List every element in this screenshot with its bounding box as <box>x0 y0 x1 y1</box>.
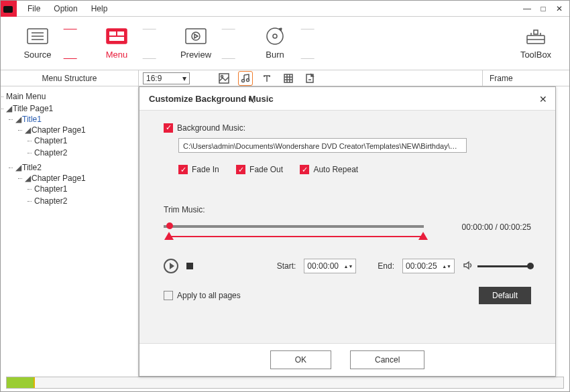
text-icon[interactable] <box>260 71 274 86</box>
tree-main-menu[interactable]: Main Menu <box>6 90 133 103</box>
trim-playhead[interactable] <box>166 222 173 229</box>
check-icon: ✓ <box>164 123 173 133</box>
trim-time-display: 00:00:00 / 00:00:25 <box>462 222 531 232</box>
fade-out-checkbox[interactable]: ✓Fade Out <box>236 165 283 174</box>
maximize-button[interactable]: □ <box>538 4 548 13</box>
svg-point-20 <box>247 78 249 81</box>
background-image-icon[interactable] <box>217 71 231 86</box>
tree-chapter-page1b[interactable]: ◢Chapter Page1 Chapter1 Chapter2 <box>25 172 133 208</box>
stop-button[interactable] <box>186 263 193 269</box>
end-label: End: <box>378 261 394 271</box>
svg-rect-7 <box>109 37 124 41</box>
fade-in-label: Fade In <box>192 165 219 174</box>
menu-option[interactable]: Option <box>47 4 84 13</box>
toolbox-label: ToolBox <box>509 50 563 60</box>
start-time-value: 00:00:00 <box>307 261 339 271</box>
aspect-ratio-select[interactable]: 16:9▾ <box>143 72 190 84</box>
chevron-down-icon: ▾ <box>182 74 186 83</box>
step-arrow <box>147 23 166 64</box>
tree-chapter1[interactable]: Chapter1 <box>34 135 133 147</box>
auto-repeat-checkbox[interactable]: ✓Auto Repeat <box>300 165 358 174</box>
start-time-field[interactable]: 00:00:00▲▼ <box>304 259 356 273</box>
step-source[interactable]: Source <box>7 27 68 60</box>
fade-out-label: Fade Out <box>249 165 283 174</box>
end-time-value: 00:00:25 <box>406 261 437 271</box>
dialog-title: Customize Background Music <box>139 87 555 111</box>
fade-in-checkbox[interactable]: ✓Fade In <box>178 165 219 174</box>
spinner-icon[interactable]: ▲▼ <box>343 264 353 269</box>
step-preview-label: Preview <box>166 50 226 60</box>
template-icon[interactable] <box>302 71 317 86</box>
background-music-checkbox[interactable]: ✓ Background Music: <box>164 123 245 133</box>
tree-title2[interactable]: ◢Title2 ◢Chapter Page1 Chapter1 Chapter2 <box>15 161 133 210</box>
svg-rect-4 <box>107 29 127 44</box>
volume-icon[interactable] <box>463 261 473 272</box>
step-burn-label: Burn <box>245 50 305 60</box>
background-music-icon[interactable] <box>238 71 253 86</box>
ok-button[interactable]: OK <box>270 350 331 369</box>
music-path-field[interactable]: C:\Users\admin\Documents\Wondershare DVD… <box>178 138 467 153</box>
menu-file[interactable]: File <box>21 4 47 13</box>
background-music-label: Background Music: <box>177 123 245 133</box>
cancel-button[interactable]: Cancel <box>350 350 424 369</box>
menu-help[interactable]: Help <box>84 4 115 13</box>
apply-all-checkbox[interactable]: Apply to all pages <box>164 291 241 300</box>
menu-tree[interactable]: Main Menu ◢Title Page1 ◢Title1 ◢Chapter … <box>1 86 139 377</box>
step-menu[interactable]: Menu <box>87 27 147 60</box>
toolbox-button[interactable]: ToolBox <box>509 27 563 60</box>
step-arrow <box>226 23 245 64</box>
trim-end-handle[interactable] <box>418 232 428 240</box>
svg-point-19 <box>242 79 245 82</box>
svg-rect-5 <box>109 31 116 36</box>
svg-rect-6 <box>117 31 124 36</box>
step-menu-label: Menu <box>87 50 147 60</box>
tree-chapter-page1a[interactable]: ◢Chapter Page1 Chapter1 Chapter2 <box>25 124 133 160</box>
disc-usage-bar <box>6 377 564 389</box>
frame-panel-header: Frame <box>482 70 569 86</box>
trim-music-label: Trim Music: <box>164 205 531 214</box>
app-logo <box>1 1 17 17</box>
step-source-label: Source <box>7 50 68 60</box>
tree-title-page1[interactable]: ◢Title Page1 ◢Title1 ◢Chapter Page1 Chap… <box>6 103 133 211</box>
check-icon: ✓ <box>178 165 188 174</box>
trim-start-handle[interactable] <box>164 232 174 240</box>
close-window-button[interactable]: ✕ <box>555 4 564 13</box>
start-label: Start: <box>277 261 296 271</box>
dialog-close-button[interactable]: ✕ <box>539 94 547 105</box>
check-icon: ✓ <box>300 165 309 174</box>
svg-point-11 <box>273 34 277 38</box>
chapter-icon[interactable] <box>281 71 296 86</box>
svg-rect-8 <box>186 29 206 44</box>
end-time-field[interactable]: 00:00:25▲▼ <box>402 259 455 273</box>
tree-chapter2[interactable]: Chapter2 <box>34 147 133 159</box>
minimize-button[interactable]: — <box>522 4 532 13</box>
step-arrow <box>68 23 87 64</box>
volume-slider[interactable] <box>477 265 531 267</box>
apply-all-label: Apply to all pages <box>177 291 241 300</box>
tree-chapter4[interactable]: Chapter2 <box>34 195 133 207</box>
customize-music-dialog: Customize Background Music ✕ ✓ Backgroun… <box>139 86 556 377</box>
step-arrow <box>305 23 324 64</box>
play-button[interactable] <box>164 259 178 273</box>
aspect-value: 16:9 <box>146 74 162 83</box>
checkbox-empty-icon <box>164 291 173 300</box>
step-burn[interactable]: Burn <box>245 27 305 60</box>
svg-rect-14 <box>534 30 538 34</box>
tree-title1[interactable]: ◢Title1 ◢Chapter Page1 Chapter1 Chapter2 <box>15 113 133 161</box>
trim-slider[interactable]: 00:00:00 / 00:00:25 <box>164 220 531 240</box>
check-icon: ✓ <box>236 165 245 174</box>
svg-rect-21 <box>284 74 292 82</box>
auto-repeat-label: Auto Repeat <box>313 165 358 174</box>
menu-structure-header: Menu Structure <box>1 70 139 86</box>
default-button[interactable]: Default <box>479 287 531 304</box>
step-preview[interactable]: Preview <box>166 27 226 60</box>
spinner-icon[interactable]: ▲▼ <box>442 264 451 269</box>
tree-chapter3[interactable]: Chapter1 <box>34 183 133 195</box>
